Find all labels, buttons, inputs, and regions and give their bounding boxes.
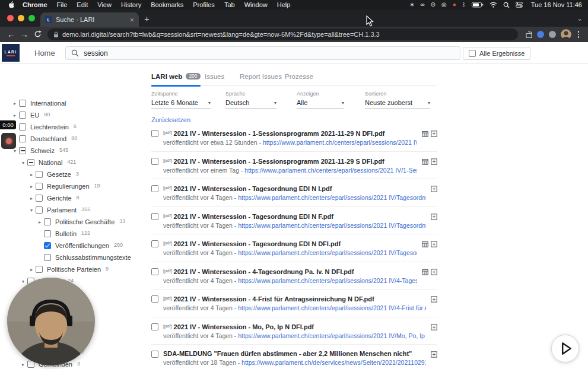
- chevron-right-icon[interactable]: ▸: [36, 220, 44, 225]
- forward-button[interactable]: →: [18, 30, 31, 39]
- add-icon[interactable]: [431, 269, 437, 290]
- tree-item-gerichte[interactable]: ▸Gerichte8: [11, 192, 151, 204]
- tree-item-regulierungen[interactable]: ▸Regulierungen19: [11, 180, 151, 192]
- menu-item-tab[interactable]: Tab: [220, 1, 240, 8]
- result-link[interactable]: https://www.parlament.ch/centers/eparl/s…: [238, 304, 426, 311]
- content-tab-prozesse[interactable]: Prozesse: [285, 66, 313, 86]
- control-center-icon[interactable]: [516, 2, 523, 8]
- add-icon[interactable]: [431, 351, 437, 369]
- result-checkbox[interactable]: [151, 185, 158, 192]
- camo-icon[interactable]: ∞: [420, 2, 424, 8]
- chevron-right-icon[interactable]: ▸: [27, 267, 36, 272]
- menu-item-edit[interactable]: Edit: [72, 1, 93, 8]
- reset-filters-button[interactable]: Zurücksetzen: [151, 116, 190, 123]
- tree-checkbox[interactable]: [36, 206, 43, 214]
- result-title[interactable]: 2021 IV - Wintersession - 4-Frist für An…: [174, 295, 374, 303]
- settings-icon[interactable]: ∗: [409, 2, 414, 8]
- tree-checkbox[interactable]: [44, 242, 51, 249]
- all-results-button[interactable]: Alle Ergebnisse: [463, 47, 530, 60]
- app-search-bar[interactable]: [65, 46, 460, 60]
- chevron-right-icon[interactable]: ▸: [27, 196, 36, 201]
- chevron-down-icon[interactable]: ▾: [27, 208, 36, 213]
- browser-menu-kebab-icon[interactable]: [574, 31, 583, 38]
- address-bar[interactable]: demo.lari.digital/search?tb=lwb&q=sessio…: [47, 28, 518, 40]
- menu-item-help[interactable]: Help: [272, 1, 295, 8]
- result-title[interactable]: 2021 IV - Wintersession - 1-Sessionsprog…: [174, 158, 384, 165]
- spotlight-icon[interactable]: [503, 2, 510, 8]
- content-tab-lari-web[interactable]: LARI web200: [151, 66, 201, 86]
- tree-item-national[interactable]: ▾National421: [11, 157, 151, 168]
- result-title[interactable]: 2021 IV - Wintersession - Tagesordnung E…: [174, 185, 332, 192]
- tree-checkbox[interactable]: [19, 147, 26, 154]
- add-icon[interactable]: [431, 186, 437, 206]
- result-link[interactable]: https://www.parlament.ch/centers/eparl/s…: [238, 194, 426, 201]
- tree-item-politische-parteien[interactable]: ▸Politische Parteien9: [11, 263, 151, 275]
- tree-item-schweiz[interactable]: ▾Schweiz545: [11, 145, 151, 157]
- chevron-right-icon[interactable]: ▸: [11, 101, 19, 106]
- result-link[interactable]: https://www.parlament.ch/centers/eparl/s…: [238, 222, 426, 229]
- window-zoom-button[interactable]: [28, 15, 35, 21]
- tree-checkbox[interactable]: [44, 218, 51, 225]
- menu-item-history[interactable]: History: [116, 1, 146, 8]
- menu-item-chrome[interactable]: Chrome: [18, 1, 52, 8]
- tree-checkbox[interactable]: [36, 171, 43, 178]
- menubar-clock[interactable]: Tue 16 Nov 11:46: [531, 1, 582, 8]
- result-checkbox[interactable]: [151, 323, 158, 330]
- tree-item-bulletin[interactable]: Bulletin122: [11, 228, 151, 240]
- menu-item-bookmarks[interactable]: Bookmarks: [146, 1, 188, 8]
- extension-gray-icon[interactable]: [546, 31, 558, 38]
- add-icon[interactable]: [431, 324, 437, 345]
- menu-item-window[interactable]: Window: [240, 1, 272, 8]
- tree-checkbox[interactable]: [44, 254, 51, 261]
- tree-checkbox[interactable]: [27, 159, 34, 166]
- result-title[interactable]: SDA-MELDUNG "Frauen dürfen abstimmen - a…: [163, 350, 412, 357]
- tree-item-liechtenstein[interactable]: ▸Liechtenstein6: [11, 121, 151, 133]
- add-icon[interactable]: [431, 296, 437, 317]
- apple-icon[interactable]: [8, 1, 15, 9]
- tab-search-chevron-icon[interactable]: ⌄: [577, 14, 583, 23]
- tree-item-schlussabstimmungstexte[interactable]: Schlussabstimmungstexte: [11, 252, 151, 263]
- search-input[interactable]: [84, 49, 454, 58]
- focus-icon[interactable]: ◎: [441, 2, 447, 8]
- result-link[interactable]: https://www.parlament.ch/centers/eparl/s…: [263, 139, 417, 146]
- content-tab-issues[interactable]: Issues: [205, 66, 224, 86]
- extension-blue-icon[interactable]: [535, 31, 546, 38]
- wifi-icon[interactable]: [490, 2, 497, 8]
- tree-checkbox[interactable]: [36, 183, 43, 190]
- browser-tab[interactable]: L Suche · LARI ×: [40, 12, 139, 27]
- extension-icon[interactable]: [523, 31, 535, 39]
- filter-select-sprache[interactable]: Deutsch▾: [225, 99, 276, 109]
- filter-select-anzeigen[interactable]: Alle▾: [297, 99, 344, 109]
- content-tab-report-issues[interactable]: Report Issues: [240, 66, 282, 86]
- tree-item-politische-geschäfte[interactable]: ▸Politische Geschäfte33: [11, 216, 151, 228]
- chevron-right-icon[interactable]: ▸: [27, 184, 36, 189]
- result-checkbox[interactable]: [151, 130, 158, 137]
- chevron-right-icon[interactable]: ▸: [11, 113, 19, 118]
- add-icon[interactable]: [431, 158, 437, 179]
- result-link[interactable]: https://www.parlament.ch/centers/eparl/s…: [238, 249, 417, 256]
- result-checkbox[interactable]: [151, 295, 158, 303]
- add-icon[interactable]: [431, 214, 437, 234]
- webcam-bubble[interactable]: [7, 278, 95, 365]
- play-button[interactable]: [551, 335, 579, 362]
- result-title[interactable]: 2021 IV - Wintersession - 1-Sessionsprog…: [174, 130, 385, 137]
- tree-checkbox[interactable]: [19, 135, 26, 142]
- window-close-button[interactable]: [7, 15, 14, 21]
- calendar-icon[interactable]: [422, 158, 428, 179]
- result-title[interactable]: 2021 IV - Wintersession - Mo, Po, Ip N D…: [174, 323, 314, 330]
- tree-item-eu[interactable]: ▸EU80: [11, 109, 151, 121]
- add-icon[interactable]: [431, 241, 437, 262]
- tree-checkbox[interactable]: [36, 266, 43, 273]
- chevron-down-icon[interactable]: ▾: [19, 279, 27, 284]
- result-link[interactable]: https://www.parlament.ch/centers/eparl/s…: [244, 167, 417, 174]
- recording-timer[interactable]: 0:00: [0, 120, 16, 129]
- reload-button[interactable]: [31, 30, 44, 39]
- result-title[interactable]: 2021 IV - Wintersession - Tagesordnung E…: [174, 240, 341, 247]
- chevron-down-icon[interactable]: ▾: [19, 160, 27, 166]
- chevron-right-icon[interactable]: ▸: [27, 172, 36, 177]
- tree-checkbox[interactable]: [19, 123, 26, 131]
- battery-icon[interactable]: [472, 2, 484, 8]
- tree-item-parlament[interactable]: ▾Parlament355: [11, 204, 151, 216]
- result-checkbox[interactable]: [151, 213, 158, 220]
- record-icon[interactable]: ⊙: [431, 2, 436, 8]
